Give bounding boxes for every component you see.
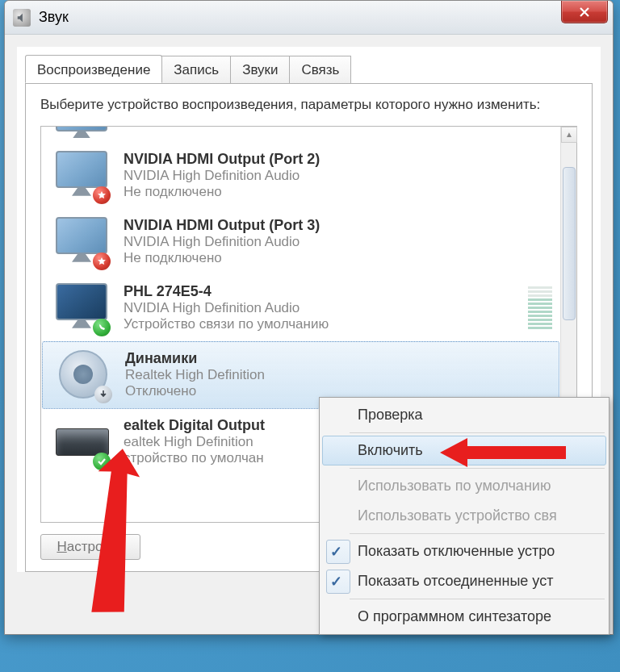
device-row[interactable]: PHL 274E5-4 NVIDIA High Definition Audio… (41, 275, 560, 341)
device-status: Устройство связи по умолчанию (124, 316, 517, 332)
device-desc: Realtek High Definition (125, 367, 551, 383)
menu-test[interactable]: Проверка (322, 400, 606, 430)
menu-set-default[interactable]: Использовать по умолчанию (322, 471, 606, 501)
device-name: PHL 274E5-4 (124, 283, 517, 300)
device-name: NVIDIA HDMI Output (Port 2) (124, 151, 552, 168)
menu-label: Показать отключенные устро (358, 543, 555, 559)
tabs: Воспроизведение Запись Звуки Связь (17, 47, 601, 83)
menu-enable[interactable]: Включить (322, 436, 606, 465)
menu-about[interactable]: О программном синтезаторе (322, 602, 606, 632)
device-desc: NVIDIA High Definition Audio (124, 168, 552, 184)
display-icon (54, 148, 112, 204)
check-icon: ✓ (330, 543, 342, 561)
device-desc: NVIDIA High Definition Audio (124, 234, 552, 250)
scroll-up-icon[interactable]: ▲ (561, 127, 577, 143)
default-comm-badge-icon (93, 319, 111, 336)
tab-recording[interactable]: Запись (161, 56, 231, 84)
check-icon: ✓ (330, 573, 342, 591)
menu-show-disconnected[interactable]: ✓ Показать отсоединенные уст (322, 566, 606, 596)
menu-separator (350, 432, 605, 433)
menu-separator (350, 599, 605, 599)
device-text: NVIDIA HDMI Output (Port 3) NVIDIA High … (124, 217, 552, 266)
close-button[interactable] (561, 1, 608, 23)
menu-separator (350, 533, 605, 534)
configure-button[interactable]: Настроить (40, 534, 140, 560)
device-text: Динамики Realtek High Definition Отключе… (125, 350, 551, 399)
menu-label: Показать отсоединенные уст (358, 573, 553, 589)
device-text: PHL 274E5-4 NVIDIA High Definition Audio… (124, 283, 517, 332)
context-menu: Проверка Включить Использовать по умолча… (319, 397, 610, 635)
window-title: Звук (39, 9, 69, 26)
display-icon (54, 280, 112, 336)
speaker-icon (13, 9, 31, 27)
disconnected-badge-icon (93, 186, 111, 204)
display-icon (54, 127, 112, 138)
tab-communications[interactable]: Связь (289, 56, 351, 84)
speaker-icon (56, 347, 114, 403)
device-row[interactable]: NVIDIA HDMI Output (Port 3) NVIDIA High … (41, 209, 560, 275)
default-badge-icon (93, 453, 111, 470)
device-text: NVIDIA HDMI Output (Port 2) NVIDIA High … (124, 151, 552, 200)
device-row[interactable]: NVIDIA HDMI Output (Port 2) NVIDIA High … (41, 143, 560, 209)
display-icon (54, 214, 112, 270)
device-status: Не подключено (124, 250, 552, 266)
scroll-thumb[interactable] (563, 167, 576, 320)
disabled-badge-icon (94, 386, 112, 403)
disconnected-badge-icon (93, 253, 111, 270)
instruction-text: Выберите устройство воспроизведения, пар… (40, 95, 577, 115)
tab-playback[interactable]: Воспроизведение (25, 55, 162, 83)
menu-set-comm[interactable]: Использовать устройство свя (322, 501, 606, 531)
menu-show-disabled[interactable]: ✓ Показать отключенные устро (322, 536, 606, 566)
device-desc: NVIDIA High Definition Audio (124, 300, 517, 316)
level-meter (528, 286, 552, 329)
device-name: Динамики (125, 350, 551, 367)
digital-output-icon (54, 414, 112, 470)
titlebar[interactable]: Звук (5, 1, 613, 35)
menu-separator (350, 468, 605, 469)
device-name: NVIDIA HDMI Output (Port 3) (124, 217, 552, 234)
tab-sounds[interactable]: Звуки (230, 56, 290, 84)
device-status: Не подключено (124, 184, 552, 200)
device-row[interactable] (41, 127, 560, 143)
